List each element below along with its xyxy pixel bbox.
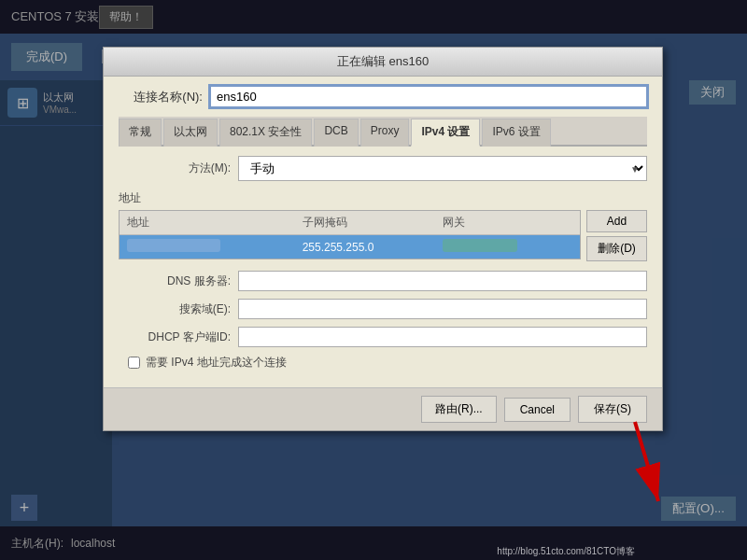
- cell-gateway: [435, 235, 580, 259]
- address-table-wrapper: 地址 子网掩码 网关 255.255.255.0: [119, 210, 581, 259]
- tab-ipv4[interactable]: IPv4 设置: [411, 119, 480, 147]
- dhcp-row: DHCP 客户端ID:: [119, 327, 647, 347]
- search-row: 搜索域(E):: [119, 299, 647, 319]
- col-subnet: 子网掩码: [295, 211, 435, 235]
- method-label: 方法(M):: [119, 161, 231, 176]
- dialog-titlebar: 正在编辑 ens160: [104, 48, 662, 77]
- dns-input[interactable]: [238, 271, 647, 291]
- address-blurred: [127, 239, 220, 252]
- ipv4-required-checkbox[interactable]: [128, 357, 140, 369]
- method-select-wrapper: 手动: [238, 156, 647, 181]
- method-row: 方法(M): 手动: [119, 156, 647, 181]
- address-section-label: 地址: [119, 190, 647, 206]
- tab-bar: 常规 以太网 802.1X 安全性 DCB Proxy IPv4 设置 IPv6…: [119, 117, 647, 147]
- watermark: http://blog.51cto.com/81CTO博客: [497, 545, 635, 558]
- dns-label: DNS 服务器:: [119, 273, 231, 289]
- edit-connection-dialog: 正在编辑 ens160 连接名称(N): 常规 以太网 802.1X 安全性 D…: [103, 47, 663, 431]
- cell-subnet: 255.255.255.0: [295, 235, 435, 259]
- address-section: 地址 地址 子网掩码 网关: [119, 190, 647, 261]
- address-table: 地址 子网掩码 网关 255.255.255.0: [120, 211, 580, 259]
- tab-proxy[interactable]: Proxy: [360, 119, 410, 147]
- table-row[interactable]: 255.255.255.0: [120, 235, 580, 259]
- tab-ipv6[interactable]: IPv6 设置: [482, 119, 550, 147]
- conn-name-label: 连接名称(N):: [119, 89, 203, 105]
- col-address: 地址: [120, 211, 295, 235]
- add-address-button[interactable]: Add: [586, 210, 647, 232]
- table-header-row: 地址 子网掩码 网关: [120, 211, 580, 235]
- checkbox-label: 需要 IPv4 地址完成这个连接: [146, 355, 287, 371]
- delete-address-button[interactable]: 删除(D): [586, 236, 647, 261]
- cancel-button[interactable]: Cancel: [504, 398, 571, 422]
- search-input[interactable]: [238, 299, 647, 319]
- search-label: 搜索域(E):: [119, 301, 231, 317]
- tab-dcb[interactable]: DCB: [314, 119, 358, 147]
- tab-ethernet[interactable]: 以太网: [163, 119, 218, 147]
- col-gateway: 网关: [435, 211, 580, 235]
- dialog-title: 正在编辑 ens160: [337, 54, 429, 68]
- cell-address: [120, 235, 295, 259]
- dhcp-input[interactable]: [238, 327, 647, 347]
- gateway-blurred: [443, 239, 517, 252]
- method-select[interactable]: 手动: [238, 156, 647, 181]
- dns-row: DNS 服务器:: [119, 271, 647, 291]
- dialog-footer: 路由(R)... Cancel 保存(S): [104, 387, 662, 430]
- route-button[interactable]: 路由(R)...: [421, 396, 497, 423]
- tab-general[interactable]: 常规: [119, 119, 162, 147]
- tab-8021x[interactable]: 802.1X 安全性: [219, 119, 312, 147]
- svg-line-1: [635, 422, 658, 501]
- address-action-buttons: Add 删除(D): [586, 210, 647, 261]
- checkbox-row: 需要 IPv4 地址完成这个连接: [128, 355, 647, 371]
- conn-name-row: 连接名称(N):: [119, 86, 647, 107]
- red-arrow-indicator: [607, 413, 682, 525]
- address-area: 地址 子网掩码 网关 255.255.255.0: [119, 210, 647, 261]
- dhcp-label: DHCP 客户端ID:: [119, 329, 231, 345]
- dialog-body: 连接名称(N): 常规 以太网 802.1X 安全性 DCB Proxy IPv…: [104, 77, 662, 387]
- conn-name-input[interactable]: [210, 86, 647, 107]
